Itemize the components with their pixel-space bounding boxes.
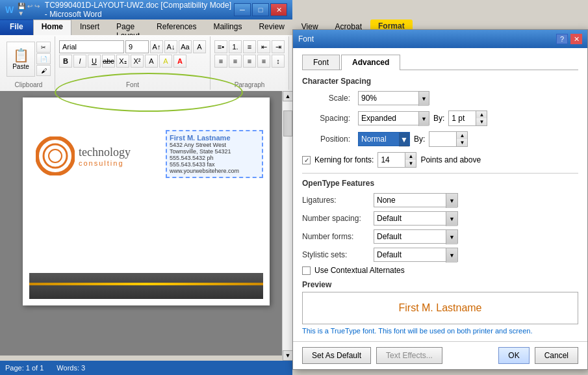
strikethrough-button[interactable]: abc xyxy=(102,55,115,68)
stylistic-sets-select[interactable]: Default ▼ xyxy=(374,248,458,262)
cancel-button[interactable]: Cancel xyxy=(535,347,578,364)
font-name-input[interactable] xyxy=(59,40,124,53)
ok-button[interactable]: OK xyxy=(498,347,529,364)
scroll-down-button[interactable]: ▼ xyxy=(283,350,293,361)
kerning-spinner[interactable]: ▲ ▼ xyxy=(377,152,416,168)
spacing-by-down[interactable]: ▼ xyxy=(476,118,487,125)
bullets-button[interactable]: ≡• xyxy=(214,40,227,53)
position-select[interactable]: Normal ▼ xyxy=(358,132,410,146)
preview-text: First M. Lastname xyxy=(398,302,481,314)
number-spacing-arrow: ▼ xyxy=(446,212,457,226)
number-spacing-select[interactable]: Default ▼ xyxy=(374,211,458,226)
ligatures-row: Ligatures: None ▼ xyxy=(302,193,578,207)
spacing-by-input[interactable] xyxy=(449,111,476,125)
svg-point-1 xyxy=(44,144,67,168)
stylistic-sets-arrow: ▼ xyxy=(446,248,457,263)
spacing-by-up[interactable]: ▲ xyxy=(476,111,487,118)
copy-button[interactable]: 📄 xyxy=(36,53,51,64)
contact-box: First M. Lastname 5432 Any Street West T… xyxy=(166,130,263,178)
increase-indent-button[interactable]: ⇥ xyxy=(272,40,285,53)
font-size-input[interactable] xyxy=(125,40,149,53)
italic-button[interactable]: I xyxy=(73,55,86,68)
logo-svg xyxy=(36,136,75,175)
stylistic-sets-label: Stylistic sets: xyxy=(302,250,374,259)
dialog-close-button[interactable]: ✕ xyxy=(570,34,582,44)
tab-home[interactable]: Home xyxy=(33,19,71,35)
contextual-alternates-checkbox[interactable] xyxy=(302,266,311,275)
bold-button[interactable]: B xyxy=(59,55,72,68)
scale-select[interactable]: 90% ▼ xyxy=(358,91,429,105)
clear-format-button[interactable]: A xyxy=(193,40,206,53)
separator-1 xyxy=(302,173,578,174)
dialog-help-button[interactable]: ? xyxy=(556,34,568,44)
ribbon-group-paragraph: ≡• 1. ≡ ⇤ ⇥ ≡ ≡ ≡ ≡ ↕ Paragraph xyxy=(211,36,289,90)
position-by-down[interactable]: ▼ xyxy=(457,139,467,146)
text-effects-button[interactable]: Text Effects... xyxy=(376,347,442,364)
underline-button[interactable]: U xyxy=(88,55,101,68)
numbering-button[interactable]: 1. xyxy=(229,40,242,53)
multilevel-list-button[interactable]: ≡ xyxy=(243,40,256,53)
contact-phone: 555.543.5432 ph xyxy=(170,155,259,161)
tab-review[interactable]: Review xyxy=(250,19,292,35)
dialog-buttons: Set As Default Text Effects... OK Cancel xyxy=(293,341,587,369)
contact-city: Townsville, State 54321 xyxy=(170,148,259,155)
increase-font-button[interactable]: A↑ xyxy=(150,40,163,53)
subscript-button[interactable]: X₂ xyxy=(116,55,129,68)
scroll-thumb[interactable] xyxy=(283,110,292,136)
kerning-input[interactable] xyxy=(378,153,405,167)
stylistic-sets-value: Default xyxy=(377,250,402,259)
position-by-input[interactable] xyxy=(429,132,457,146)
kerning-checkbox[interactable] xyxy=(302,156,311,164)
position-dropdown-arrow: ▼ xyxy=(399,133,409,147)
tab-file[interactable]: File xyxy=(0,19,33,35)
ligatures-select[interactable]: None ▼ xyxy=(374,193,458,207)
minimize-button[interactable]: ─ xyxy=(234,3,251,16)
dialog-tab-bar: Font Advanced xyxy=(302,55,578,70)
font-color-button[interactable]: A xyxy=(173,55,186,68)
change-case-button[interactable]: Aa xyxy=(179,40,192,53)
position-row: Position: Normal ▼ By: ▲ ▼ xyxy=(302,131,578,147)
spacing-by-spinner[interactable]: ▲ ▼ xyxy=(448,110,487,126)
tab-references[interactable]: References xyxy=(148,19,205,35)
set-as-default-button[interactable]: Set As Default xyxy=(302,347,371,364)
paragraph-label: Paragraph xyxy=(214,80,285,88)
font-dialog: Font ? ✕ Font Advanced Character Spacing… xyxy=(292,29,588,370)
kerning-up[interactable]: ▲ xyxy=(405,153,416,160)
align-left-button[interactable]: ≡ xyxy=(214,55,227,68)
position-by-up[interactable]: ▲ xyxy=(457,132,467,139)
number-forms-select[interactable]: Default ▼ xyxy=(374,229,458,244)
superscript-button[interactable]: X² xyxy=(131,55,144,68)
maximize-button[interactable]: □ xyxy=(252,3,269,16)
position-by-label: By: xyxy=(414,135,425,144)
tab-mailings[interactable]: Mailings xyxy=(205,19,250,35)
tab-font[interactable]: Font xyxy=(302,55,340,70)
highlight-color-button[interactable]: A xyxy=(159,55,172,68)
line-spacing-button[interactable]: ↕ xyxy=(272,55,285,68)
ribbon-group-font: A↑ A↓ Aa A B I U abc X₂ X² A A A Font xyxy=(55,36,211,90)
spacing-select[interactable]: Expanded ▼ xyxy=(358,111,429,125)
contact-name: First M. Lastname xyxy=(170,134,259,142)
decrease-font-button[interactable]: A↓ xyxy=(164,40,177,53)
paste-button[interactable]: 📋 Paste xyxy=(6,42,35,77)
format-painter-button[interactable]: 🖌 xyxy=(36,65,51,76)
kerning-down[interactable]: ▼ xyxy=(405,160,416,167)
close-button[interactable]: ✕ xyxy=(270,3,287,16)
scroll-up-button[interactable]: ▲ xyxy=(283,91,293,101)
preview-box: First M. Lastname xyxy=(302,292,578,324)
align-right-button[interactable]: ≡ xyxy=(243,55,256,68)
tab-advanced[interactable]: Advanced xyxy=(341,55,400,70)
number-spacing-label: Number spacing: xyxy=(302,214,374,223)
decrease-indent-button[interactable]: ⇤ xyxy=(257,40,270,53)
align-center-button[interactable]: ≡ xyxy=(229,55,242,68)
number-spacing-row: Number spacing: Default ▼ xyxy=(302,211,578,226)
cut-button[interactable]: ✂ xyxy=(36,42,51,53)
position-by-spinner[interactable]: ▲ ▼ xyxy=(429,131,468,147)
window-title: TC9990401D-LAYOUT-UW2.doc [Compatibility… xyxy=(45,1,234,19)
company-name: technology xyxy=(79,146,131,159)
text-effect-button[interactable]: A xyxy=(145,55,158,68)
spacing-value: Expanded xyxy=(361,114,396,123)
justify-button[interactable]: ≡ xyxy=(257,55,270,68)
preview-label: Preview xyxy=(302,280,578,289)
tab-page-layout[interactable]: Page Layout xyxy=(108,19,148,35)
tab-insert[interactable]: Insert xyxy=(71,19,108,35)
